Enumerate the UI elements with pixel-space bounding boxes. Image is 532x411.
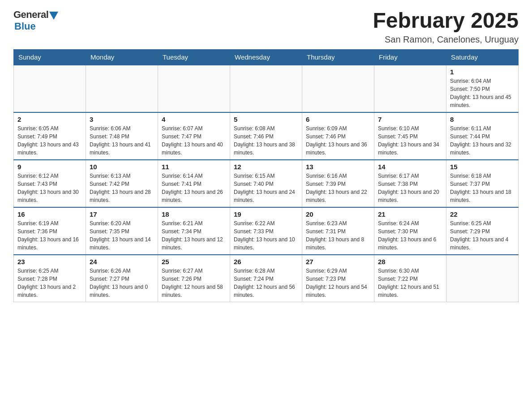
calendar-cell: 28Sunrise: 6:30 AMSunset: 7:22 PMDayligh… [374, 255, 446, 302]
calendar-cell: 3Sunrise: 6:06 AMSunset: 7:48 PMDaylight… [86, 112, 158, 160]
day-number: 10 [90, 163, 154, 171]
day-info: Sunrise: 6:05 AMSunset: 7:49 PMDaylight:… [17, 124, 82, 157]
calendar-cell [158, 65, 230, 112]
calendar-cell: 8Sunrise: 6:11 AMSunset: 7:44 PMDaylight… [446, 112, 519, 160]
calendar-header-sunday: Sunday [14, 49, 86, 65]
day-number: 23 [17, 258, 82, 265]
day-number: 17 [90, 210, 154, 218]
calendar-cell: 26Sunrise: 6:28 AMSunset: 7:24 PMDayligh… [230, 255, 302, 302]
calendar-cell: 14Sunrise: 6:17 AMSunset: 7:38 PMDayligh… [374, 160, 446, 207]
day-info: Sunrise: 6:16 AMSunset: 7:39 PMDaylight:… [306, 172, 370, 204]
day-number: 2 [17, 116, 82, 123]
day-number: 12 [234, 163, 298, 171]
day-number: 14 [378, 163, 442, 171]
calendar-cell: 18Sunrise: 6:21 AMSunset: 7:34 PMDayligh… [158, 207, 230, 255]
logo-blue-text: Blue [14, 21, 36, 32]
calendar-cell: 6Sunrise: 6:09 AMSunset: 7:46 PMDaylight… [302, 112, 374, 160]
month-title: February 2025 [373, 9, 519, 33]
day-info: Sunrise: 6:21 AMSunset: 7:34 PMDaylight:… [162, 219, 226, 252]
day-info: Sunrise: 6:11 AMSunset: 7:44 PMDaylight:… [450, 124, 515, 157]
calendar-cell [86, 65, 158, 112]
calendar-cell: 22Sunrise: 6:25 AMSunset: 7:29 PMDayligh… [446, 207, 519, 255]
calendar-cell [446, 255, 519, 302]
calendar-cell: 16Sunrise: 6:19 AMSunset: 7:36 PMDayligh… [14, 207, 86, 255]
calendar-header-friday: Friday [374, 49, 446, 65]
calendar-cell: 4Sunrise: 6:07 AMSunset: 7:47 PMDaylight… [158, 112, 230, 160]
day-info: Sunrise: 6:14 AMSunset: 7:41 PMDaylight:… [162, 172, 226, 204]
calendar-header-saturday: Saturday [446, 49, 519, 65]
day-info: Sunrise: 6:13 AMSunset: 7:42 PMDaylight:… [90, 172, 154, 204]
day-number: 16 [17, 210, 82, 218]
day-info: Sunrise: 6:25 AMSunset: 7:28 PMDaylight:… [17, 267, 82, 299]
calendar-table: SundayMondayTuesdayWednesdayThursdayFrid… [13, 49, 519, 302]
day-info: Sunrise: 6:27 AMSunset: 7:26 PMDaylight:… [162, 267, 226, 299]
day-info: Sunrise: 6:24 AMSunset: 7:30 PMDaylight:… [378, 219, 442, 252]
day-number: 26 [234, 258, 298, 265]
calendar-cell: 27Sunrise: 6:29 AMSunset: 7:23 PMDayligh… [302, 255, 374, 302]
calendar-cell: 5Sunrise: 6:08 AMSunset: 7:46 PMDaylight… [230, 112, 302, 160]
calendar-cell: 15Sunrise: 6:18 AMSunset: 7:37 PMDayligh… [446, 160, 519, 207]
day-number: 25 [162, 258, 226, 265]
calendar-cell: 7Sunrise: 6:10 AMSunset: 7:45 PMDaylight… [374, 112, 446, 160]
day-info: Sunrise: 6:18 AMSunset: 7:37 PMDaylight:… [450, 172, 515, 204]
calendar-header-tuesday: Tuesday [158, 49, 230, 65]
logo: General Blue [13, 9, 58, 32]
day-info: Sunrise: 6:09 AMSunset: 7:46 PMDaylight:… [306, 124, 370, 157]
day-info: Sunrise: 6:25 AMSunset: 7:29 PMDaylight:… [450, 219, 515, 252]
calendar-week-row: 1Sunrise: 6:04 AMSunset: 7:50 PMDaylight… [14, 65, 519, 112]
day-info: Sunrise: 6:07 AMSunset: 7:47 PMDaylight:… [162, 124, 226, 157]
day-info: Sunrise: 6:23 AMSunset: 7:31 PMDaylight:… [306, 219, 370, 252]
calendar-cell: 21Sunrise: 6:24 AMSunset: 7:30 PMDayligh… [374, 207, 446, 255]
day-number: 9 [17, 163, 82, 171]
day-number: 24 [90, 258, 154, 265]
calendar-header-thursday: Thursday [302, 49, 374, 65]
day-info: Sunrise: 6:06 AMSunset: 7:48 PMDaylight:… [90, 124, 154, 157]
calendar-header-monday: Monday [86, 49, 158, 65]
day-number: 18 [162, 210, 226, 218]
day-number: 6 [306, 116, 370, 123]
calendar-week-row: 2Sunrise: 6:05 AMSunset: 7:49 PMDaylight… [14, 112, 519, 160]
calendar-cell: 10Sunrise: 6:13 AMSunset: 7:42 PMDayligh… [86, 160, 158, 207]
day-info: Sunrise: 6:10 AMSunset: 7:45 PMDaylight:… [378, 124, 442, 157]
logo-triangle-icon [49, 12, 58, 20]
calendar-cell: 1Sunrise: 6:04 AMSunset: 7:50 PMDaylight… [446, 65, 519, 112]
day-number: 11 [162, 163, 226, 171]
day-number: 20 [306, 210, 370, 218]
page-header: General Blue February 2025 San Ramon, Ca… [13, 9, 519, 45]
day-number: 27 [306, 258, 370, 265]
calendar-week-row: 16Sunrise: 6:19 AMSunset: 7:36 PMDayligh… [14, 207, 519, 255]
calendar-cell [374, 65, 446, 112]
day-info: Sunrise: 6:28 AMSunset: 7:24 PMDaylight:… [234, 267, 298, 299]
calendar-cell: 19Sunrise: 6:22 AMSunset: 7:33 PMDayligh… [230, 207, 302, 255]
day-info: Sunrise: 6:17 AMSunset: 7:38 PMDaylight:… [378, 172, 442, 204]
title-area: February 2025 San Ramon, Canelones, Urug… [373, 9, 519, 45]
logo-general-text: General [13, 9, 48, 21]
calendar-cell: 12Sunrise: 6:15 AMSunset: 7:40 PMDayligh… [230, 160, 302, 207]
day-info: Sunrise: 6:19 AMSunset: 7:36 PMDaylight:… [17, 219, 82, 252]
day-info: Sunrise: 6:20 AMSunset: 7:35 PMDaylight:… [90, 219, 154, 252]
calendar-week-row: 9Sunrise: 6:12 AMSunset: 7:43 PMDaylight… [14, 160, 519, 207]
calendar-cell: 25Sunrise: 6:27 AMSunset: 7:26 PMDayligh… [158, 255, 230, 302]
calendar-cell: 20Sunrise: 6:23 AMSunset: 7:31 PMDayligh… [302, 207, 374, 255]
day-number: 4 [162, 116, 226, 123]
day-info: Sunrise: 6:08 AMSunset: 7:46 PMDaylight:… [234, 124, 298, 157]
day-number: 22 [450, 210, 515, 218]
location-subtitle: San Ramon, Canelones, Uruguay [373, 34, 519, 45]
calendar-cell: 11Sunrise: 6:14 AMSunset: 7:41 PMDayligh… [158, 160, 230, 207]
day-number: 13 [306, 163, 370, 171]
day-number: 15 [450, 163, 515, 171]
day-number: 7 [378, 116, 442, 123]
day-number: 21 [378, 210, 442, 218]
calendar-cell [302, 65, 374, 112]
day-info: Sunrise: 6:04 AMSunset: 7:50 PMDaylight:… [450, 77, 515, 109]
day-info: Sunrise: 6:29 AMSunset: 7:23 PMDaylight:… [306, 267, 370, 299]
calendar-cell: 9Sunrise: 6:12 AMSunset: 7:43 PMDaylight… [14, 160, 86, 207]
day-number: 1 [450, 68, 515, 76]
day-info: Sunrise: 6:26 AMSunset: 7:27 PMDaylight:… [90, 267, 154, 299]
day-info: Sunrise: 6:22 AMSunset: 7:33 PMDaylight:… [234, 219, 298, 252]
day-info: Sunrise: 6:15 AMSunset: 7:40 PMDaylight:… [234, 172, 298, 204]
day-info: Sunrise: 6:30 AMSunset: 7:22 PMDaylight:… [378, 267, 442, 299]
day-number: 3 [90, 116, 154, 123]
day-number: 5 [234, 116, 298, 123]
day-number: 8 [450, 116, 515, 123]
